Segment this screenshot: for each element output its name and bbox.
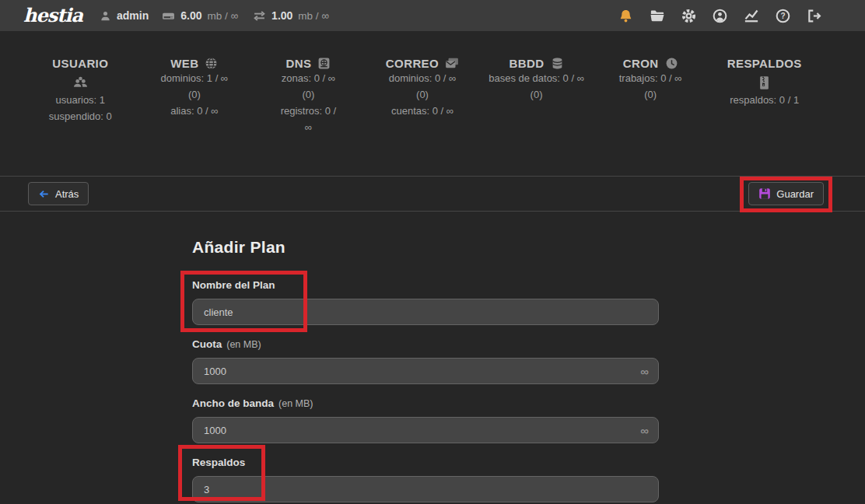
cuota-input[interactable]	[192, 358, 659, 384]
stat-bbdd: BBDD bases de datos: 0 / ∞ (0)	[479, 56, 594, 176]
topbar-actions: ?	[618, 0, 821, 31]
stat-cron-title[interactable]: CRON	[594, 56, 708, 70]
respaldos-field: Respaldos	[192, 455, 659, 502]
topbar-user-info: admin 6.00 mb / ∞ 1.00 mb / ∞	[100, 9, 338, 23]
save-button-label: Guardar	[776, 188, 814, 200]
stat-correo: CORREO dominios: 0 / ∞ (0) cuentas: 0 / …	[366, 56, 480, 176]
stat-line: registros: 0 /	[251, 103, 366, 119]
stat-line: suspendido: 0	[23, 108, 138, 124]
field-hint: (en MB)	[226, 339, 261, 350]
field-label: Respaldos	[192, 457, 245, 468]
respaldos-input[interactable]	[192, 476, 659, 502]
logout-icon[interactable]	[807, 9, 821, 23]
stat-cron: CRON trabajos: 0 / ∞ (0)	[594, 56, 708, 176]
disk-usage-suffix: mb / ∞	[207, 10, 238, 22]
stat-line: (0)	[479, 86, 594, 103]
stat-line: ∞	[251, 119, 366, 135]
stat-line: usuarios: 1	[23, 92, 138, 108]
field-label: Ancho de banda	[192, 397, 274, 409]
resource-stats-panel: USUARIO usuarios: 1 suspendido: 0 WEB do…	[0, 31, 865, 176]
ancho-de-banda-input[interactable]	[192, 417, 659, 443]
stat-dns-title[interactable]: DNS	[251, 56, 366, 70]
field-hint: (en MB)	[278, 398, 313, 409]
bandwidth-usage-value: 1.00	[271, 9, 292, 22]
gear-icon[interactable]	[681, 9, 696, 23]
stat-web-title[interactable]: WEB	[138, 56, 252, 70]
stat-usuario-title[interactable]: USUARIO	[23, 56, 138, 70]
help-icon[interactable]: ?	[776, 9, 790, 23]
storage-icon	[162, 9, 175, 23]
main-content: Añadir Plan Nombre del Plan Cuota(en MB)…	[0, 212, 865, 504]
svg-text:?: ?	[780, 12, 785, 20]
field-label: Cuota	[192, 338, 222, 350]
stat-line: dominios: 1 / ∞	[138, 70, 252, 86]
user-circle-icon[interactable]	[713, 9, 727, 23]
dns-icon	[317, 57, 331, 70]
save-button[interactable]: Guardar	[748, 182, 824, 205]
archive-icon	[757, 75, 772, 90]
add-plan-form: Nombre del Plan Cuota(en MB) ∞ Ancho de …	[192, 278, 659, 502]
back-button[interactable]: Atrás	[28, 182, 89, 205]
bandwidth-usage-suffix: mb / ∞	[298, 10, 329, 22]
cuota-field: Cuota(en MB) ∞	[192, 337, 659, 384]
stat-line: (0)	[366, 86, 480, 103]
stat-bbdd-title[interactable]: BBDD	[479, 56, 594, 70]
page-title: Añadir Plan	[192, 238, 865, 257]
topbar: hestia admin 6.00 mb / ∞ 1.00 mb / ∞	[0, 0, 865, 31]
stat-line: (0)	[251, 86, 366, 103]
ancho-de-banda-field: Ancho de banda(en MB) ∞	[192, 396, 659, 443]
globe-icon	[205, 57, 218, 70]
back-arrow-icon	[38, 188, 50, 200]
hestia-logo[interactable]: hestia	[23, 0, 82, 31]
chart-icon[interactable]	[744, 8, 759, 23]
transfer-icon	[253, 9, 266, 23]
user-icon	[100, 10, 111, 22]
stat-line: cuentas: 0 / ∞	[366, 103, 480, 119]
stat-dns: DNS zonas: 0 / ∞ (0) registros: 0 / ∞	[251, 56, 366, 176]
save-floppy-icon	[758, 187, 771, 200]
folder-icon[interactable]	[650, 8, 665, 23]
stat-line: (0)	[138, 86, 252, 103]
field-label: Nombre del Plan	[192, 279, 275, 291]
stat-respaldos: RESPALDOS respaldos: 0 / 1	[707, 56, 821, 176]
username[interactable]: admin	[117, 9, 149, 22]
stat-usuario: USUARIO usuarios: 1 suspendido: 0	[23, 56, 138, 176]
bell-icon[interactable]	[618, 9, 633, 23]
stat-line: dominios: 0 / ∞	[366, 70, 480, 86]
stat-line: (0)	[594, 86, 708, 103]
stat-line: bases de datos: 0 / ∞	[479, 70, 594, 86]
nombre-del-plan-field: Nombre del Plan	[192, 278, 659, 325]
back-button-label: Atrás	[55, 188, 79, 200]
disk-usage-value: 6.00	[180, 9, 201, 22]
stat-respaldos-title[interactable]: RESPALDOS	[707, 56, 821, 70]
stat-line: trabajos: 0 / ∞	[594, 70, 708, 86]
stat-line: respaldos: 0 / 1	[707, 92, 821, 108]
mail-icon	[445, 56, 459, 70]
stat-line: zonas: 0 / ∞	[251, 70, 366, 86]
action-toolbar: Atrás Guardar	[0, 176, 865, 212]
database-icon	[551, 57, 564, 70]
stat-line: alias: 0 / ∞	[138, 103, 252, 119]
stat-correo-title[interactable]: CORREO	[366, 56, 480, 70]
stat-web: WEB dominios: 1 / ∞ (0) alias: 0 / ∞	[138, 56, 252, 176]
nombre-del-plan-input[interactable]	[192, 299, 659, 325]
clock-icon	[665, 57, 678, 70]
users-icon	[72, 74, 89, 92]
